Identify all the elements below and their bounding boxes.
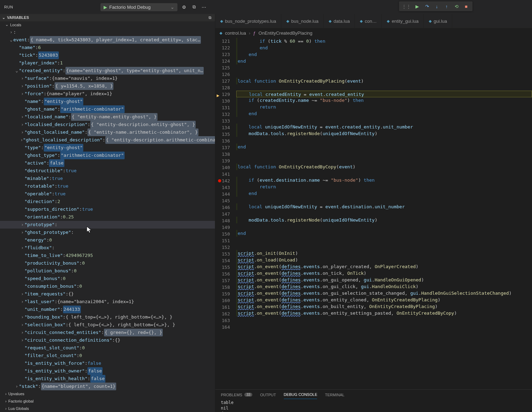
tab-output[interactable]: OUTPUT xyxy=(260,392,276,399)
line-number[interactable]: 155 xyxy=(215,264,230,271)
line-number[interactable]: 152 xyxy=(215,244,230,251)
line-number[interactable]: 133 xyxy=(215,118,230,124)
line-number[interactable]: 142 xyxy=(215,177,230,184)
variable-row[interactable]: ›: xyxy=(0,28,215,36)
line-number[interactable]: 143 xyxy=(215,184,230,191)
line-number[interactable]: 154 xyxy=(215,257,230,264)
step-out-icon[interactable]: ↑ xyxy=(443,3,450,10)
breadcrumb[interactable]: ◆ control.lua › ƒ OnEntityCreatedByPlaci… xyxy=(215,28,532,38)
code-line[interactable]: script.on_event(defines.events.on_gui_se… xyxy=(236,290,532,296)
code-line[interactable]: local createdEntity = event.created_enti… xyxy=(236,91,532,97)
code-line[interactable] xyxy=(236,237,532,243)
step-into-icon[interactable]: ↓ xyxy=(433,3,440,10)
line-number[interactable]: 137 xyxy=(215,144,230,151)
line-number[interactable]: 151 xyxy=(215,237,230,244)
breakpoint-icon[interactable] xyxy=(218,179,221,182)
section-lua-globals[interactable]: › Lua Globals xyxy=(0,405,215,412)
line-number[interactable]: 132 xyxy=(215,111,230,118)
variable-row[interactable]: "destructible": true xyxy=(0,167,215,175)
code-line[interactable]: modData.tools.registerNode(uniqueIdOfNew… xyxy=(236,130,532,137)
variable-row[interactable]: ›"prototype": xyxy=(0,221,215,229)
tab-terminal[interactable]: TERMINAL xyxy=(325,392,344,399)
variable-row[interactable]: "minable": true xyxy=(0,175,215,182)
code-line[interactable]: script.on_init(OnInit) xyxy=(236,250,532,257)
variable-row[interactable]: "active": false xyxy=(0,159,215,167)
line-number[interactable]: 148 xyxy=(215,217,230,224)
line-number[interactable]: 122 xyxy=(215,44,230,51)
variable-row[interactable]: "is_entity_with_force": false xyxy=(0,359,215,367)
variable-row[interactable]: ›"stack": {name="blueprint", count=1} xyxy=(0,383,215,390)
variable-row[interactable]: "name": 6 xyxy=(0,44,215,51)
variable-row[interactable]: "unit_number": 244133 xyxy=(0,306,215,313)
editor-tab[interactable]: ◆bus_node_prototypes.lua xyxy=(215,14,281,28)
tab-problems[interactable]: PROBLEMS 33 xyxy=(221,392,252,399)
variable-row[interactable]: "consumption_bonus": 0 xyxy=(0,282,215,290)
variable-row[interactable]: ›"ghost_localised_name": { "entity-name.… xyxy=(0,128,215,136)
line-number[interactable]: 157 xyxy=(215,277,230,284)
variable-row[interactable]: ›"item_requests": {} xyxy=(0,290,215,298)
code-editor[interactable]: 121122123124125126127128129▶130131132133… xyxy=(215,38,532,389)
code-line[interactable]: script.on_event(defines.events.on_entity… xyxy=(236,296,532,303)
code-lines[interactable]: if (tick % 60 == 0) then end endendlocal… xyxy=(236,38,532,389)
more-icon[interactable]: ⋯ xyxy=(201,4,207,10)
variable-row[interactable]: ›"ghost_localised_description": { "entit… xyxy=(0,136,215,144)
code-line[interactable] xyxy=(236,316,532,323)
line-number[interactable]: 123 xyxy=(215,51,230,58)
variable-row[interactable]: "name": "entity-ghost" xyxy=(0,98,215,105)
line-number[interactable]: 145 xyxy=(215,197,230,204)
variable-row[interactable]: "operable": true xyxy=(0,190,215,198)
variable-row[interactable]: ›"position": { y=1154.5, x=1858, } xyxy=(0,82,215,90)
line-number[interactable]: 128 xyxy=(215,84,230,91)
variable-row[interactable]: "request_slot_count": 0 xyxy=(0,344,215,352)
code-line[interactable]: script.on_event(defines.events.on_gui_cl… xyxy=(236,283,532,290)
variable-row[interactable]: ›"bounding_box": { left_top={<…>}, right… xyxy=(0,313,215,321)
line-number[interactable]: 158 xyxy=(215,284,230,291)
variable-row[interactable]: "time_to_live": 4294967295 xyxy=(0,252,215,259)
line-number[interactable]: 124 xyxy=(215,58,230,64)
code-line[interactable] xyxy=(236,71,532,78)
code-line[interactable]: script.on_event(defines.events.on_entity… xyxy=(236,310,532,316)
variable-row[interactable]: "speed_bonus": 0 xyxy=(0,275,215,282)
line-number[interactable]: 134 xyxy=(215,124,230,131)
section-factorio-global[interactable]: › Factorio global xyxy=(0,398,215,405)
line-number[interactable]: 147 xyxy=(215,211,230,217)
code-line[interactable]: local uniqueIdOfNewEntity = event.create… xyxy=(236,124,532,130)
line-number[interactable]: 160 xyxy=(215,297,230,304)
debug-toolbar[interactable]: ⋮⋮ ▶ ↷ ↓ ↑ ⟲ ■ xyxy=(399,1,472,11)
line-number[interactable]: 130 xyxy=(215,98,230,104)
editor-tab[interactable]: ◆entity_gui.lua xyxy=(382,14,424,28)
variable-row[interactable]: "filter_slot_count": 0 xyxy=(0,352,215,359)
code-line[interactable] xyxy=(236,210,532,217)
variable-row[interactable]: ›"last_user": {name="banzai2004", index=… xyxy=(0,298,215,306)
variable-row[interactable]: ⌄"created_entity": {name="entity-ghost",… xyxy=(0,67,215,75)
line-number[interactable]: 140 xyxy=(215,164,230,171)
code-line[interactable]: end xyxy=(236,110,532,117)
line-number[interactable]: 136 xyxy=(215,138,230,144)
code-line[interactable]: if (createdEntity.name ~= "bus-node") th… xyxy=(236,97,532,104)
screen-icon[interactable]: ⧉ xyxy=(191,4,197,10)
code-line[interactable] xyxy=(236,170,532,177)
code-line[interactable] xyxy=(236,117,532,124)
line-number[interactable]: 153 xyxy=(215,251,230,257)
code-line[interactable]: end xyxy=(236,144,532,150)
line-number[interactable]: 131 xyxy=(215,104,230,111)
editor-tab[interactable]: ◆gui.lua xyxy=(424,14,452,28)
line-number[interactable]: 127 xyxy=(215,78,230,84)
section-variables[interactable]: ⌄ VARIABLES ⧉ xyxy=(0,14,215,21)
line-number[interactable]: 138 xyxy=(215,151,230,158)
variable-row[interactable]: "player_index": 1 xyxy=(0,59,215,67)
code-line[interactable]: if (event.destination.name ~= "bus-node"… xyxy=(236,177,532,183)
line-number[interactable]: 141 xyxy=(215,171,230,177)
variable-row[interactable]: "supports_direction": true xyxy=(0,205,215,213)
line-number[interactable]: 139 xyxy=(215,158,230,164)
code-line[interactable]: end xyxy=(236,44,532,51)
variable-row[interactable]: "type": "entity-ghost" xyxy=(0,144,215,152)
variable-row[interactable]: "productivity_bonus": 0 xyxy=(0,259,215,267)
line-number[interactable]: 121 xyxy=(215,38,230,44)
code-line[interactable]: script.on_event(defines.events.on_gui_op… xyxy=(236,277,532,283)
tab-debug-console[interactable]: DEBUG CONSOLE xyxy=(284,392,317,399)
code-line[interactable]: script.on_event(defines.events.on_player… xyxy=(236,263,532,270)
variable-row[interactable]: "direction": 2 xyxy=(0,198,215,205)
variable-row[interactable]: ›"force": {name="player", index=1} xyxy=(0,90,215,98)
line-number[interactable]: 149 xyxy=(215,224,230,231)
